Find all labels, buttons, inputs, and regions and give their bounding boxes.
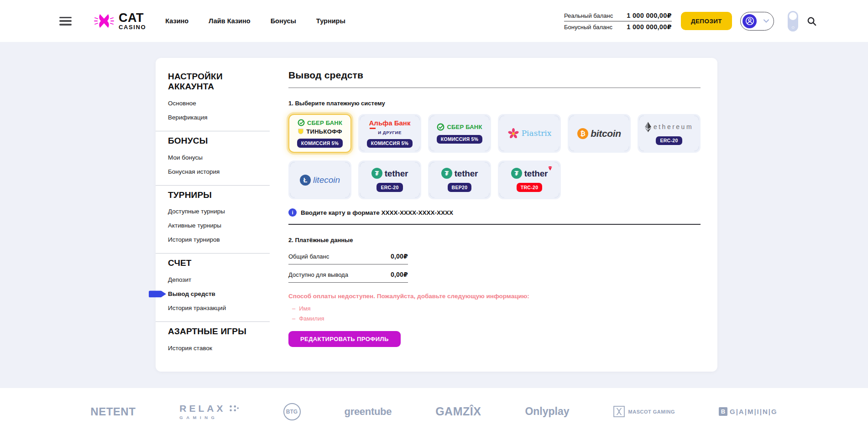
provider-logo-relax-gaming: RELAX GAMING [179, 403, 239, 420]
payment-card-bitcoin[interactable]: ₿ bitcoin [568, 114, 631, 153]
nav-item-live-casino[interactable]: Лайв Казино [209, 17, 250, 25]
real-balance-label: Реальный баланс [564, 12, 613, 19]
cat-logo-icon [94, 10, 115, 31]
provider-logo-onlyplay: Onlyplay [525, 405, 569, 418]
sidebar-item-deposit[interactable]: Депозит [168, 273, 274, 287]
step1-label: 1. Выберите платежную систему [288, 100, 701, 107]
sidebar-divider [156, 321, 270, 322]
nav-item-casino[interactable]: Казино [165, 17, 188, 25]
search-icon [806, 16, 817, 26]
ethereum-label: ethereum [654, 124, 693, 130]
hamburger-menu-icon[interactable] [59, 17, 72, 26]
profile-menu[interactable] [740, 12, 774, 31]
sidebar-divider [156, 253, 270, 254]
logo-text: CAT CASINO [119, 12, 146, 30]
payment-card-sberbank[interactable]: СБЕР БАНК КОМИССИЯ 5% [428, 114, 491, 153]
tether-icon: ₮ [511, 168, 522, 179]
logo-line2: CASINO [119, 24, 146, 30]
payment-card-litecoin[interactable]: Ł litecoin [288, 161, 351, 199]
bonus-balance-value: 1 000 000,00₽ [627, 23, 672, 31]
network-badge: BEP20 [448, 183, 472, 192]
sidebar-item-bet-history[interactable]: История ставок [168, 341, 274, 355]
payment-card-tether-bep20[interactable]: ₮ tether BEP20 [428, 161, 491, 199]
bitcoin-label: bitcoin [591, 129, 621, 138]
missing-field-last-name: – Фамилия [288, 315, 701, 322]
alfabank-sub-label: И ДРУГИЕ [378, 130, 402, 135]
page-title: Вывод средств [288, 70, 701, 81]
sidebar-item-my-bonuses[interactable]: Мои бонусы [168, 150, 274, 165]
commission-badge: КОМИССИЯ 5% [297, 139, 343, 148]
payment-methods-grid: СБЕР БАНК ТИНЬКОФФ КОМИССИЯ 5% Альфа Бан… [288, 114, 701, 199]
warning-message: Способ оплаты недоступен. Пожалуйста, до… [288, 293, 701, 300]
sidebar-item-transaction-history[interactable]: История транзакций [168, 301, 274, 315]
list-dash: – [292, 315, 295, 322]
payment-card-piastrix[interactable]: Piastrix [498, 114, 561, 153]
sidebar-item-withdrawal-label: Вывод средств [168, 290, 215, 297]
page-background: НАСТРОЙКИ АККАУНТА Основное Верификация … [0, 42, 868, 388]
account-sidebar: НАСТРОЙКИ АККАУНТА Основное Верификация … [156, 58, 274, 355]
payment-card-alfabank[interactable]: Альфа Банк И ДРУГИЕ КОМИССИЯ 5% [358, 114, 421, 153]
total-balance-value: 0,00₽ [391, 253, 408, 260]
network-badge: ERC-20 [656, 136, 682, 145]
tinkoff-icon [298, 128, 304, 135]
missing-field-first-name: – Имя [288, 305, 701, 312]
sidebar-item-active-tournaments[interactable]: Активные турниры [168, 218, 274, 233]
alfabank-label: Альфа Банк [369, 119, 411, 127]
nav-item-tournaments[interactable]: Турниры [316, 17, 345, 25]
missing-fields-list: – Имя – Фамилия [288, 305, 701, 322]
info-icon: i [288, 208, 297, 217]
sidebar-item-main[interactable]: Основное [168, 96, 274, 110]
deposit-button[interactable]: ДЕПОЗИТ [681, 12, 732, 30]
edit-profile-button[interactable]: РЕДАКТИРОВАТЬ ПРОФИЛЬ [288, 331, 401, 347]
card-format-hint-text: Вводите карту в формате ХХХХ-ХХХХ-ХХХХ-Х… [301, 209, 453, 216]
total-balance-row: Общий баланс 0,00₽ [288, 246, 408, 264]
card-format-hint: i Вводите карту в формате ХХХХ-ХХХХ-ХХХХ… [288, 208, 701, 217]
sidebar-item-tournament-history[interactable]: История турниров [168, 233, 274, 247]
payment-card-sber-tinkoff[interactable]: СБЕР БАНК ТИНЬКОФФ КОМИССИЯ 5% [288, 114, 351, 153]
provider-logo-bgaming: B G|A|M|I|N|G [719, 407, 778, 416]
main-nav: Казино Лайв Казино Бонусы Турниры [165, 17, 345, 25]
providers-footer: NETENT RELAX GAMING BTG greentube GAMZÎX… [0, 388, 868, 435]
payment-card-ethereum[interactable]: ethereum ERC-20 [638, 114, 701, 153]
withdrawal-content: Вывод средств 1. Выберите платежную сист… [288, 58, 701, 347]
cat-casino-logo[interactable]: CAT CASINO [94, 10, 146, 31]
top-header: CAT CASINO Казино Лайв Казино Бонусы Тур… [0, 0, 868, 42]
sun-icon: ☼ [788, 25, 798, 30]
piastrix-label: Piastrix [522, 129, 552, 137]
tether-icon: ₮ [371, 168, 382, 179]
real-balance-row: Реальный баланс 1 000 000,00₽ [564, 10, 672, 21]
tether-label: tether [385, 169, 408, 178]
sidebar-divider [156, 185, 270, 186]
search-button[interactable] [806, 16, 817, 26]
available-balance-row: Доступно для вывода 0,00₽ [288, 264, 408, 283]
commission-badge: КОМИССИЯ 5% [437, 135, 483, 144]
user-icon [745, 16, 755, 26]
sberbank-icon [437, 123, 444, 131]
tether-label: tether [455, 169, 478, 178]
sidebar-item-withdrawal[interactable]: Вывод средств [168, 287, 274, 301]
section-divider [288, 224, 701, 225]
litecoin-label: litecoin [313, 176, 340, 184]
section-title-account: СЧЕТ [168, 258, 259, 268]
sidebar-item-bonus-history[interactable]: Бонусная история [168, 165, 274, 179]
alfa-underline-mark [370, 128, 376, 129]
bgaming-b-icon: B [719, 407, 727, 416]
tron-icon [548, 166, 553, 171]
network-badge: TRC-20 [517, 183, 543, 192]
theme-toggle[interactable]: ☼ [788, 11, 798, 31]
avatar [743, 14, 757, 28]
commission-badge: КОМИССИЯ 5% [367, 139, 413, 148]
step2-label: 2. Платёжные данные [288, 237, 701, 243]
sberbank-label: СБЕР БАНК [307, 120, 342, 126]
sidebar-item-verification[interactable]: Верификация [168, 110, 274, 124]
payment-card-tether-trc20[interactable]: ₮ tether TRC-20 [498, 161, 561, 199]
section-title-gambling: АЗАРТНЫЕ ИГРЫ [168, 326, 259, 337]
nav-item-bonuses[interactable]: Бонусы [271, 17, 296, 25]
mascot-icon [613, 406, 625, 417]
payment-card-tether-erc20[interactable]: ₮ tether ERC-20 [358, 161, 421, 199]
bonus-balance-label: Бонусный баланс [564, 24, 612, 31]
piastrix-flower-icon [507, 128, 519, 140]
sidebar-item-available-tournaments[interactable]: Доступные турниры [168, 204, 274, 218]
total-balance-label: Общий баланс [288, 253, 329, 260]
ethereum-icon [645, 122, 651, 132]
